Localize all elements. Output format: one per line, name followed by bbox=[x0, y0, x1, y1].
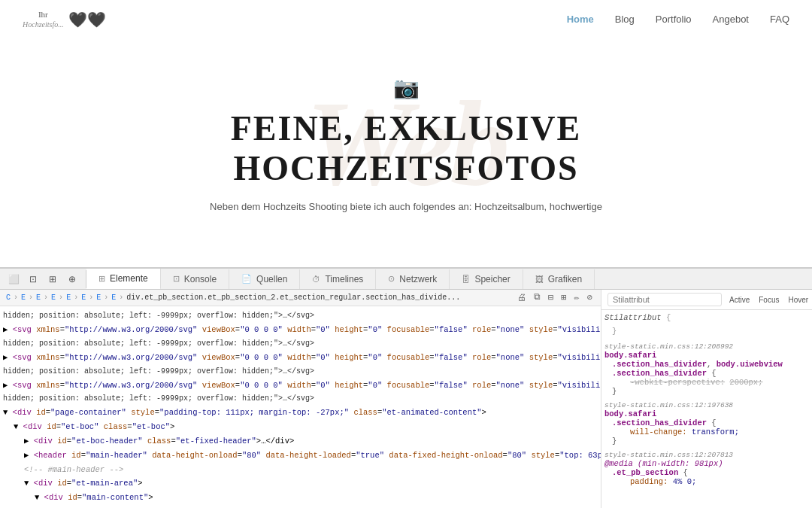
tab-netzwerk[interactable]: ⊙ Netzwerk bbox=[376, 269, 450, 289]
html-panel: C› E› E› E› E› E› E› E› div.et_pb_sectio… bbox=[0, 290, 601, 508]
tab-speicher[interactable]: 🗄 Speicher bbox=[450, 269, 523, 289]
tab-netzwerk-label: Netzwerk bbox=[399, 274, 437, 284]
camera-icon: 📷 bbox=[393, 75, 420, 100]
style-rule-source-1: style-static.min.css:12:208992 bbox=[604, 342, 809, 351]
style-sub-selector-1b: .section_has_divider { bbox=[604, 369, 809, 378]
nav-link-angebot[interactable]: Angebot bbox=[713, 14, 749, 25]
logo-hearts: 🖤🖤 bbox=[68, 11, 106, 29]
devtools-panel: ⬜ ⊡ ⊞ ⊕ ⊞ Elemente ⊡ Konsole 📄 Quellen ⏱… bbox=[0, 267, 812, 508]
site-navigation: Ihr Hochzeitsfo... 🖤🖤 Home Blog Portfoli… bbox=[0, 0, 812, 38]
logo-text-line1: Ihr bbox=[23, 9, 64, 20]
nav-link-faq[interactable]: FAQ bbox=[770, 14, 789, 25]
tree-line: hidden; position: absolute; left: -9999p… bbox=[0, 337, 601, 351]
style-prop-webkit: -webkit-perspective: 2000px; bbox=[604, 378, 809, 387]
tab-elemente[interactable]: ⊞ Elemente bbox=[86, 269, 161, 290]
bc-c1[interactable]: C bbox=[6, 294, 11, 302]
styles-filter-input[interactable] bbox=[607, 293, 722, 306]
nav-link-portfolio[interactable]: Portfolio bbox=[656, 14, 692, 25]
styles-filter-bar: Active Focus Hover Visited bbox=[601, 290, 812, 310]
site-logo: Ihr Hochzeitsfo... 🖤🖤 bbox=[23, 9, 106, 29]
bc-e4[interactable]: E bbox=[66, 294, 71, 302]
tab-elemente-label: Elemente bbox=[110, 273, 148, 284]
breadcrumb-actions: 🖨 ⧉ ⊟ ⊞ ✏ ⊘ bbox=[515, 292, 595, 303]
nav-link-blog[interactable]: Blog bbox=[615, 14, 635, 25]
html-tree[interactable]: hidden; position: absolute; left: -9999p… bbox=[0, 306, 601, 503]
tree-line: ▼ <div id="et-boc" class="et-boc"> bbox=[0, 420, 601, 434]
style-rule-source-2: style-static.min.css:12:197638 bbox=[604, 400, 809, 409]
tab-grafiken-label: Grafiken bbox=[548, 274, 582, 284]
pointer-icon[interactable]: ⊡ bbox=[24, 270, 42, 288]
bc-e3[interactable]: E bbox=[51, 294, 56, 302]
focus-state-btn[interactable]: Focus bbox=[756, 295, 782, 305]
hero-title: FEINE, EXKLUSIVE HOCHZEITSFOTOS bbox=[231, 109, 582, 189]
styles-content[interactable]: Stilattribut { } style-static.min.css:12… bbox=[601, 310, 812, 508]
tab-konsole[interactable]: ⊡ Konsole bbox=[161, 269, 229, 289]
styles-state-buttons: Active Focus Hover Visited bbox=[726, 294, 812, 306]
stilattribut-label: Stilattribut { bbox=[604, 313, 809, 322]
tree-line: ▶ <div id="et-boc-header" class="et-fixe… bbox=[0, 434, 601, 449]
tree-line: ▼ <div id="main-content"> bbox=[0, 491, 601, 503]
style-rule-2: style-static.min.css:12:197638 body.safa… bbox=[604, 400, 809, 446]
inspector-icon[interactable]: ⬜ bbox=[5, 270, 23, 288]
tree-line: hidden; position: absolute; left: -9999p… bbox=[0, 365, 601, 379]
bc-e5[interactable]: E bbox=[81, 294, 86, 302]
tab-quellen[interactable]: 📄 Quellen bbox=[229, 269, 300, 289]
tree-line: ▶ <svg xmlns="http://www.w3.org/2000/svg… bbox=[0, 323, 601, 337]
bc-current: div.et_pb_section.et_pb_section_2.et_sec… bbox=[126, 294, 460, 302]
speicher-tab-icon: 🗄 bbox=[462, 275, 470, 284]
layout1-icon[interactable]: ⊟ bbox=[546, 292, 556, 303]
active-state-btn[interactable]: Active bbox=[726, 295, 753, 305]
style-prop-will-change: will-change: transform; bbox=[604, 427, 809, 437]
bc-e1[interactable]: E bbox=[21, 294, 26, 302]
tab-speicher-label: Speicher bbox=[474, 274, 510, 284]
add-icon[interactable]: ⊕ bbox=[63, 270, 81, 288]
tree-line: ▼ <div id="et-main-area"> bbox=[0, 476, 601, 491]
responsive-icon[interactable]: ⊞ bbox=[44, 270, 62, 288]
tree-line: ▼ <div id="page-container" style="paddin… bbox=[0, 406, 601, 420]
style-rule-1: style-static.min.css:12:208992 body.safa… bbox=[604, 342, 809, 396]
copy-icon[interactable]: ⧉ bbox=[532, 292, 543, 303]
nav-link-home[interactable]: Home bbox=[567, 14, 594, 25]
konsole-tab-icon: ⊡ bbox=[173, 274, 180, 284]
hero-title-line1: FEINE, EXKLUSIVE bbox=[231, 109, 582, 149]
tree-line: hidden; position: absolute; left: -9999p… bbox=[0, 392, 601, 406]
style-sub-selector-3a: .et_pb_section { bbox=[604, 468, 809, 477]
filter-icon[interactable]: ⊘ bbox=[585, 292, 595, 303]
breadcrumb-bar: C› E› E› E› E› E› E› E› div.et_pb_sectio… bbox=[0, 290, 601, 306]
style-selector-2: body.safari bbox=[604, 409, 809, 418]
bc-e2[interactable]: E bbox=[36, 294, 41, 302]
style-sub-selector-2a: .section_has_divider { bbox=[604, 418, 809, 427]
bc-e7[interactable]: E bbox=[111, 294, 116, 302]
print-icon[interactable]: 🖨 bbox=[515, 292, 529, 303]
tab-timelines[interactable]: ⏱ Timelines bbox=[300, 269, 376, 289]
tab-konsole-label: Konsole bbox=[184, 274, 217, 284]
pencil-icon[interactable]: ✏ bbox=[572, 292, 582, 303]
timelines-tab-icon: ⏱ bbox=[312, 275, 320, 284]
stilattribut-block: } bbox=[604, 327, 809, 336]
devtools-tabs: ⬜ ⊡ ⊞ ⊕ ⊞ Elemente ⊡ Konsole 📄 Quellen ⏱… bbox=[0, 269, 812, 290]
tree-line: ▶ <svg xmlns="http://www.w3.org/2000/svg… bbox=[0, 379, 601, 393]
tree-line: hidden; position: absolute; left: -9999p… bbox=[0, 309, 601, 323]
tab-grafiken[interactable]: 🖼 Grafiken bbox=[523, 269, 595, 289]
style-sub-selector-1a: .section_has_divider, body.uiwebview bbox=[604, 360, 809, 369]
hero-subtitle: Neben dem Hochzeits Shooting biete ich a… bbox=[210, 201, 602, 212]
style-rule-source-3: style-static.min.css:12:207813 bbox=[604, 450, 809, 459]
tab-quellen-label: Quellen bbox=[256, 274, 287, 284]
devtools-content: C› E› E› E› E› E› E› E› div.et_pb_sectio… bbox=[0, 290, 812, 508]
styles-panel: Active Focus Hover Visited Stilattribut … bbox=[601, 290, 812, 508]
tab-timelines-label: Timelines bbox=[325, 274, 363, 284]
bc-e6[interactable]: E bbox=[96, 294, 101, 302]
hero-title-line2: HOCHZEITSFOTOS bbox=[231, 149, 582, 189]
tree-line: <!-- #main-header --> bbox=[0, 463, 601, 477]
media-rule-3: @media (min-width: 981px) bbox=[604, 459, 809, 468]
netzwerk-tab-icon: ⊙ bbox=[388, 274, 395, 284]
layout2-icon[interactable]: ⊞ bbox=[559, 292, 568, 303]
style-selector-1: body.safari bbox=[604, 351, 809, 360]
style-brace-close-1: } bbox=[604, 387, 809, 396]
hover-state-btn[interactable]: Hover bbox=[785, 295, 811, 305]
website-preview: Ihr Hochzeitsfo... 🖤🖤 Home Blog Portfoli… bbox=[0, 0, 812, 267]
elemente-tab-icon: ⊞ bbox=[98, 274, 105, 284]
style-brace-close-2: } bbox=[604, 437, 809, 446]
tree-line: ▶ <header id="main-header" data-height-o… bbox=[0, 449, 601, 463]
quellen-tab-icon: 📄 bbox=[241, 274, 252, 284]
